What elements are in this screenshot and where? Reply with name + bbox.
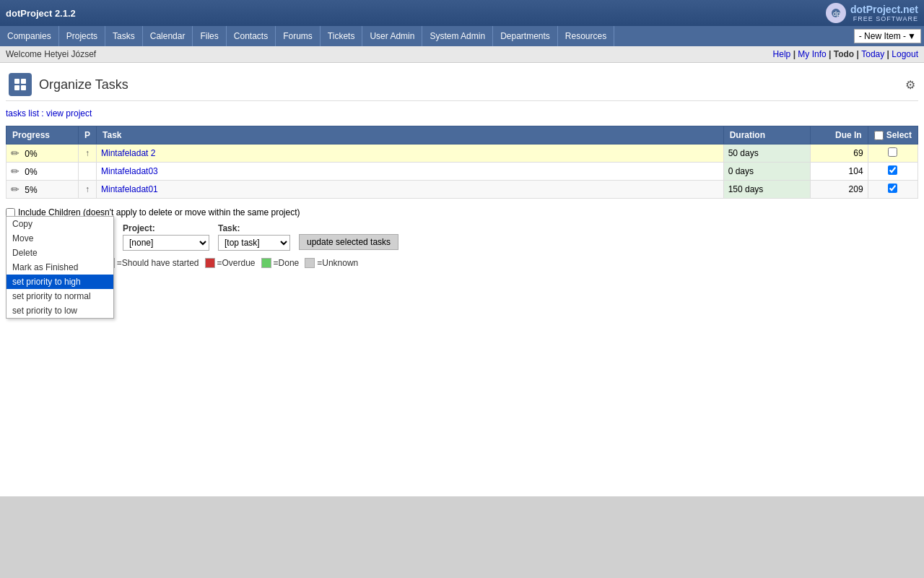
progress-value: 0% bbox=[25, 149, 37, 159]
welcome-text: Welcome Hetyei József bbox=[6, 49, 96, 59]
legend-label-overdue: =Overdue bbox=[217, 258, 256, 268]
page-title: Organize Tasks bbox=[39, 77, 128, 92]
row-checkbox[interactable] bbox=[888, 165, 897, 175]
content: Organize Tasks ⚙ tasks list : view proje… bbox=[0, 63, 924, 496]
action-dropdown-overlay: Copy Move Delete Mark as Finished set pr… bbox=[6, 216, 114, 319]
task-label: Task: bbox=[218, 223, 290, 233]
settings-icon[interactable]: ⚙ bbox=[905, 78, 915, 92]
help-link[interactable]: Help bbox=[773, 49, 791, 59]
col-task: Task bbox=[97, 126, 724, 144]
dd-copy[interactable]: Copy bbox=[6, 217, 113, 231]
cell-select bbox=[868, 163, 918, 181]
legend: =Started and on time =Should have starte… bbox=[6, 258, 918, 268]
svg-rect-4 bbox=[14, 85, 19, 90]
row-checkbox[interactable] bbox=[888, 147, 897, 157]
action-row: Action: set priority to normal Copy Move… bbox=[6, 223, 918, 251]
nav-forums[interactable]: Forums bbox=[276, 26, 321, 46]
edit-icon[interactable]: ✏ bbox=[11, 184, 19, 195]
nav-sysadmin[interactable]: System Admin bbox=[422, 26, 493, 46]
page-title-area: Organize Tasks ⚙ bbox=[6, 69, 918, 101]
nav-tasks[interactable]: Tasks bbox=[105, 26, 143, 46]
cell-progress: ✏ 0% bbox=[6, 163, 79, 181]
col-select: Select bbox=[868, 126, 918, 144]
header: dotProject 2.1.2 dp dotProject.net FREE … bbox=[0, 0, 924, 26]
nav-calendar[interactable]: Calendar bbox=[143, 26, 193, 46]
nav-companies[interactable]: Companies bbox=[0, 26, 59, 46]
nav-useradmin[interactable]: User Admin bbox=[362, 26, 422, 46]
dotproject-logo: dotProject.net FREE SOFTWARE bbox=[850, 4, 918, 22]
today-link[interactable]: Today bbox=[861, 49, 884, 59]
table-row: ✏ 5% ↑ Mintafeladat01 150 days 209 bbox=[6, 181, 918, 199]
legend-label-should: =Should have started bbox=[117, 258, 199, 268]
cell-duein: 69 bbox=[810, 144, 868, 163]
logout-link[interactable]: Logout bbox=[892, 49, 918, 59]
nav-contacts[interactable]: Contacts bbox=[227, 26, 276, 46]
cell-priority bbox=[79, 163, 97, 181]
project-label: Project: bbox=[123, 223, 209, 233]
cell-priority: ↑ bbox=[79, 144, 97, 163]
progress-value: 0% bbox=[25, 167, 37, 177]
nav-items: Companies Projects Tasks Calendar Files … bbox=[0, 26, 614, 46]
dd-priority-high[interactable]: set priority to high bbox=[6, 275, 113, 289]
edit-icon[interactable]: ✏ bbox=[11, 165, 19, 177]
page-icon bbox=[9, 73, 32, 96]
col-progress: Progress bbox=[6, 126, 79, 144]
legend-label-unknown: =Unknown bbox=[317, 258, 358, 268]
dd-mark-finished[interactable]: Mark as Finished bbox=[6, 260, 113, 275]
select-all-checkbox[interactable] bbox=[874, 131, 884, 140]
legend-box-red bbox=[205, 258, 215, 268]
table-row: ✏ 0% Mintafeladat03 0 days 104 bbox=[6, 163, 918, 181]
project-select[interactable]: [none] bbox=[123, 235, 209, 251]
legend-unknown: =Unknown bbox=[305, 258, 358, 268]
legend-done: =Done bbox=[261, 258, 300, 268]
todo-link[interactable]: Todo bbox=[834, 49, 854, 59]
new-item-button[interactable]: - New Item - ▼ bbox=[854, 29, 921, 43]
legend-label-done: =Done bbox=[274, 258, 300, 268]
breadcrumb-link[interactable]: tasks list : view project bbox=[6, 108, 92, 118]
cell-task[interactable]: Mintafeladat03 bbox=[97, 163, 724, 181]
cell-duration: 50 days bbox=[723, 144, 810, 163]
cell-task[interactable]: Mintafeladat 2 bbox=[97, 144, 724, 163]
update-button[interactable]: update selected tasks bbox=[299, 234, 398, 250]
action-area: Include Children (doesn't apply to delet… bbox=[6, 204, 918, 271]
top-links: Help | My Info | Todo | Today | Logout bbox=[773, 49, 918, 59]
cell-progress: ✏ 5% bbox=[6, 181, 79, 199]
app-title: dotProject 2.1.2 bbox=[6, 8, 76, 19]
legend-overdue: =Overdue bbox=[205, 258, 256, 268]
task-group: Task: [top task] bbox=[218, 223, 290, 251]
svg-rect-2 bbox=[14, 79, 19, 84]
dd-delete[interactable]: Delete bbox=[6, 246, 113, 260]
header-logo: dp dotProject.net FREE SOFTWARE bbox=[826, 3, 918, 23]
row-checkbox[interactable] bbox=[888, 184, 897, 193]
include-children-row: Include Children (doesn't apply to delet… bbox=[6, 207, 918, 217]
task-select[interactable]: [top task] bbox=[218, 235, 290, 251]
svg-text:dp: dp bbox=[833, 10, 840, 17]
col-duration: Duration bbox=[723, 126, 810, 144]
myinfo-link[interactable]: My Info bbox=[798, 49, 826, 59]
col-priority: P bbox=[79, 126, 97, 144]
dd-priority-normal[interactable]: set priority to normal bbox=[6, 289, 113, 303]
cell-select bbox=[868, 181, 918, 199]
svg-rect-3 bbox=[21, 79, 26, 84]
cell-duration: 0 days bbox=[723, 163, 810, 181]
legend-box-gray bbox=[305, 258, 315, 268]
tasks-table: Progress P Task Duration Due In Select ✏… bbox=[6, 126, 918, 199]
cell-duein: 104 bbox=[810, 163, 868, 181]
nav-files[interactable]: Files bbox=[193, 26, 226, 46]
cell-task[interactable]: Mintafeladat01 bbox=[97, 181, 724, 199]
edit-icon[interactable]: ✏ bbox=[11, 147, 19, 159]
cell-duein: 209 bbox=[810, 181, 868, 199]
cell-priority: ↑ bbox=[79, 181, 97, 199]
project-group: Project: [none] bbox=[123, 223, 209, 251]
navbar: Companies Projects Tasks Calendar Files … bbox=[0, 26, 924, 46]
priority-icon: ↑ bbox=[85, 184, 90, 194]
nav-departments[interactable]: Departments bbox=[493, 26, 558, 46]
nav-projects[interactable]: Projects bbox=[59, 26, 105, 46]
nav-tickets[interactable]: Tickets bbox=[321, 26, 363, 46]
dd-priority-low[interactable]: set priority to low bbox=[6, 303, 113, 318]
cell-select bbox=[868, 144, 918, 163]
nav-resources[interactable]: Resources bbox=[558, 26, 614, 46]
dd-move[interactable]: Move bbox=[6, 231, 113, 246]
progress-value: 5% bbox=[25, 185, 37, 195]
legend-box-green bbox=[261, 258, 271, 268]
